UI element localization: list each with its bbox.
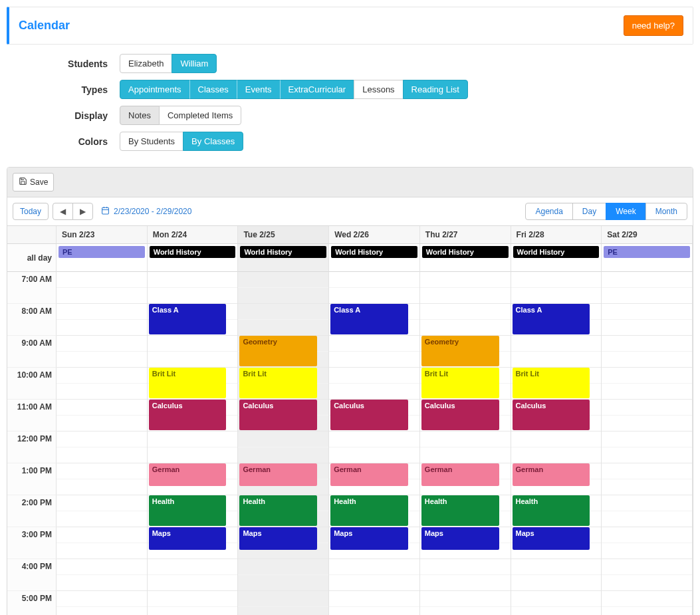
- event-calculus[interactable]: Calculus: [513, 400, 590, 430]
- event-class-a[interactable]: Class A: [513, 304, 590, 334]
- types-pill-classes[interactable]: Classes: [189, 80, 237, 99]
- day-header-5[interactable]: Fri 2/28: [511, 226, 602, 244]
- day-column-5[interactable]: Class ABrit LitCalculusGermanHealthMaps: [511, 272, 602, 615]
- filter-label-display: Display: [7, 110, 120, 121]
- today-button[interactable]: Today: [13, 203, 49, 220]
- day-header-2[interactable]: Tue 2/25: [238, 226, 329, 244]
- event-health[interactable]: Health: [330, 495, 408, 526]
- time-label-8-00-am: 8:00 AM: [7, 304, 57, 336]
- prev-button[interactable]: ◀: [53, 203, 73, 220]
- display-pill-notes[interactable]: Notes: [120, 106, 160, 125]
- event-maps[interactable]: Maps: [513, 527, 590, 550]
- filter-label-colors: Colors: [7, 136, 120, 147]
- calendar-navbar: Today ◀ ▶ 2/23/2020 - 2/29/2020 AgendaDa…: [7, 197, 693, 226]
- event-class-a[interactable]: Class A: [330, 304, 408, 334]
- date-range-text: 2/23/2020 - 2/29/2020: [114, 207, 191, 216]
- allday-event-pe[interactable]: PE: [58, 246, 145, 258]
- event-calculus[interactable]: Calculus: [330, 400, 408, 430]
- allday-event-world-history[interactable]: World History: [422, 246, 509, 258]
- event-calculus[interactable]: Calculus: [239, 400, 317, 430]
- day-header-1[interactable]: Mon 2/24: [148, 226, 239, 244]
- event-geometry[interactable]: Geometry: [239, 336, 317, 366]
- date-range[interactable]: 2/23/2020 - 2/29/2020: [101, 206, 191, 217]
- types-pill-events[interactable]: Events: [237, 80, 281, 99]
- filter-row-types: Types AppointmentsClassesEventsExtraCurr…: [7, 80, 693, 99]
- event-brit-lit[interactable]: Brit Lit: [421, 368, 499, 398]
- event-class-a[interactable]: Class A: [149, 304, 227, 334]
- calendar-picker-icon: [101, 206, 110, 217]
- students-pill-william[interactable]: William: [172, 54, 217, 73]
- event-calculus[interactable]: Calculus: [149, 400, 227, 430]
- event-german[interactable]: German: [239, 463, 317, 486]
- types-pill-appointments[interactable]: Appointments: [120, 80, 190, 99]
- allday-event-pe[interactable]: PE: [604, 246, 690, 258]
- filter-row-students: Students ElizabethWilliam: [7, 54, 693, 73]
- allday-cell-4[interactable]: World History: [420, 244, 511, 272]
- event-maps[interactable]: Maps: [421, 527, 499, 550]
- day-column-3[interactable]: Class ACalculusGermanHealthMaps: [329, 272, 420, 615]
- time-label-7-00-am: 7:00 AM: [7, 272, 57, 304]
- save-icon: [19, 177, 27, 187]
- time-label-10-00-am: 10:00 AM: [7, 368, 57, 400]
- display-pill-completed-items[interactable]: Completed Items: [159, 106, 241, 125]
- colors-pill-by-students[interactable]: By Students: [120, 132, 183, 151]
- event-health[interactable]: Health: [513, 495, 590, 526]
- day-header-3[interactable]: Wed 2/26: [329, 226, 420, 244]
- day-header-4[interactable]: Thu 2/27: [420, 226, 511, 244]
- event-brit-lit[interactable]: Brit Lit: [239, 368, 317, 398]
- view-agenda[interactable]: Agenda: [525, 203, 572, 220]
- allday-cell-6[interactable]: PE: [602, 244, 693, 272]
- view-week[interactable]: Week: [606, 203, 645, 220]
- allday-event-world-history[interactable]: World History: [513, 246, 600, 258]
- types-pill-reading-list[interactable]: Reading List: [403, 80, 468, 99]
- time-label-2-00-pm: 2:00 PM: [7, 495, 57, 527]
- day-column-2[interactable]: GeometryBrit LitCalculusGermanHealthMaps: [238, 272, 329, 615]
- event-geometry[interactable]: Geometry: [421, 336, 499, 366]
- allday-cell-2[interactable]: World History: [238, 244, 329, 272]
- event-maps[interactable]: Maps: [239, 527, 317, 550]
- day-header-6[interactable]: Sat 2/29: [602, 226, 693, 244]
- allday-event-world-history[interactable]: World History: [240, 246, 326, 258]
- event-health[interactable]: Health: [149, 495, 227, 526]
- filter-label-types: Types: [7, 84, 120, 95]
- types-pill-lessons[interactable]: Lessons: [354, 80, 403, 99]
- time-label-5-00-pm: 5:00 PM: [7, 591, 57, 615]
- event-german[interactable]: German: [149, 463, 227, 486]
- day-column-6[interactable]: [602, 272, 693, 615]
- students-pill-elizabeth[interactable]: Elizabeth: [120, 54, 172, 73]
- event-calculus[interactable]: Calculus: [421, 400, 499, 430]
- allday-event-world-history[interactable]: World History: [331, 246, 417, 258]
- types-pill-extracurricular[interactable]: ExtraCurricular: [280, 80, 355, 99]
- view-month[interactable]: Month: [645, 203, 687, 220]
- allday-cell-3[interactable]: World History: [329, 244, 420, 272]
- allday-cell-5[interactable]: World History: [511, 244, 602, 272]
- day-column-0[interactable]: [57, 272, 148, 615]
- view-day[interactable]: Day: [572, 203, 606, 220]
- event-maps[interactable]: Maps: [330, 527, 408, 550]
- page-title: Calendar: [19, 19, 70, 33]
- next-button[interactable]: ▶: [72, 203, 93, 220]
- time-label-9-00-am: 9:00 AM: [7, 336, 57, 368]
- day-column-1[interactable]: Class ABrit LitCalculusGermanHealthMaps: [148, 272, 239, 615]
- day-column-4[interactable]: GeometryBrit LitCalculusGermanHealthMaps: [420, 272, 511, 615]
- allday-cell-0[interactable]: PE: [57, 244, 148, 272]
- event-german[interactable]: German: [330, 463, 408, 486]
- event-health[interactable]: Health: [239, 495, 317, 526]
- event-brit-lit[interactable]: Brit Lit: [513, 368, 590, 398]
- time-label-12-00-pm: 12:00 PM: [7, 431, 57, 463]
- event-german[interactable]: German: [421, 463, 499, 486]
- save-button[interactable]: Save: [13, 173, 54, 191]
- allday-cell-1[interactable]: World History: [148, 244, 239, 272]
- day-header-0[interactable]: Sun 2/23: [57, 226, 148, 244]
- event-brit-lit[interactable]: Brit Lit: [149, 368, 227, 398]
- help-button[interactable]: need help?: [624, 15, 683, 36]
- event-maps[interactable]: Maps: [149, 527, 227, 550]
- colors-pill-by-classes[interactable]: By Classes: [183, 132, 243, 151]
- page-header: Calendar need help?: [7, 7, 693, 45]
- time-label-3-00-pm: 3:00 PM: [7, 527, 57, 559]
- event-health[interactable]: Health: [421, 495, 499, 526]
- event-german[interactable]: German: [513, 463, 590, 486]
- allday-event-world-history[interactable]: World History: [150, 246, 236, 258]
- time-label-1-00-pm: 1:00 PM: [7, 463, 57, 495]
- time-gutter-header: [7, 226, 57, 244]
